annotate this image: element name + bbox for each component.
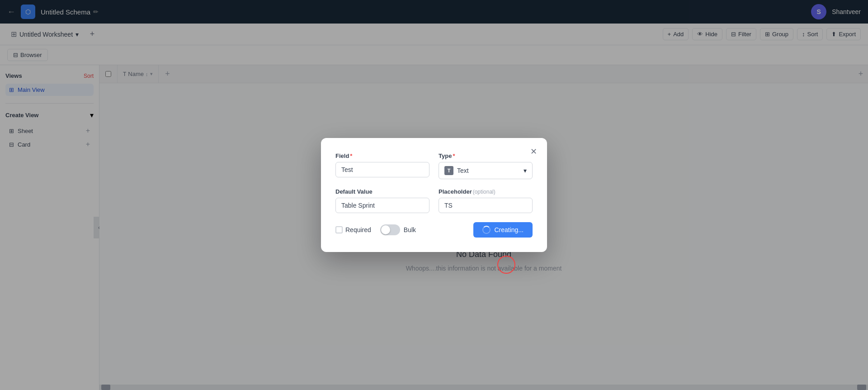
default-value-label: Default Value <box>335 188 429 195</box>
field-input[interactable] <box>335 162 429 177</box>
create-field-modal: ✕ Field * Type * T Text <box>321 138 547 252</box>
required-checkbox-input[interactable] <box>335 226 343 233</box>
field-required-star: * <box>350 152 352 159</box>
default-value-label-text: Default Value <box>335 188 373 195</box>
placeholder-section: Placeholder (optional) <box>439 188 533 213</box>
type-icon: T <box>444 166 453 175</box>
placeholder-label-text: Placeholder <box>439 188 472 195</box>
type-select-section: Type * T Text ▾ <box>439 152 533 179</box>
default-value-section: Default Value <box>335 188 429 213</box>
creating-label: Creating... <box>494 226 524 233</box>
type-label: Type * <box>439 152 533 159</box>
modal-row-2: Default Value Placeholder (optional) <box>335 188 533 213</box>
default-value-input[interactable] <box>335 198 429 213</box>
placeholder-input[interactable] <box>439 198 533 213</box>
type-required-star: * <box>453 152 455 159</box>
type-chevron-icon: ▾ <box>524 167 527 174</box>
field-input-section: Field * <box>335 152 429 179</box>
type-select[interactable]: T Text ▾ <box>439 162 533 179</box>
toggle-thumb <box>381 225 390 234</box>
creating-button[interactable]: Creating... <box>473 222 533 238</box>
placeholder-label: Placeholder (optional) <box>439 188 533 195</box>
modal-close-button[interactable]: ✕ <box>527 145 540 158</box>
optional-text: (optional) <box>473 189 495 195</box>
loading-spinner <box>482 226 491 234</box>
required-checkbox-label[interactable]: Required <box>335 226 371 233</box>
modal-footer: Required Bulk Creating... <box>335 222 533 238</box>
required-label: Required <box>345 226 371 233</box>
type-label-text: Type <box>439 152 452 159</box>
field-label: Field * <box>335 152 429 159</box>
modal-row-1: Field * Type * T Text ▾ <box>335 152 533 179</box>
type-value-label: Text <box>457 167 469 174</box>
bulk-label: Bulk <box>404 226 416 233</box>
bulk-toggle-section: Bulk <box>380 224 416 235</box>
modal-overlay[interactable]: ✕ Field * Type * T Text <box>0 0 868 390</box>
bulk-toggle-switch[interactable] <box>380 224 400 235</box>
field-label-text: Field <box>335 152 349 159</box>
click-indicator <box>497 256 515 274</box>
